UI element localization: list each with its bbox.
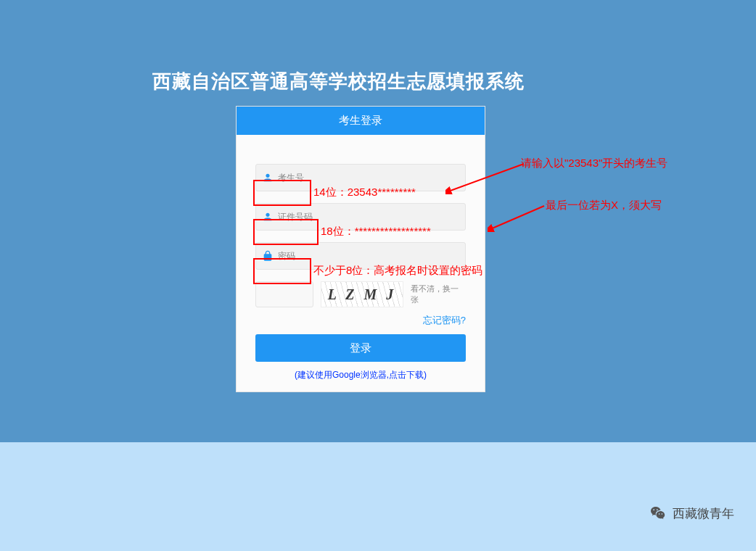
person-icon: [262, 172, 274, 183]
arrow-to-tip2: [488, 203, 546, 232]
svg-line-1: [490, 206, 544, 229]
lock-icon: [262, 250, 274, 262]
login-header: 考生登录: [237, 107, 485, 135]
wechat-tag: 西藏微青年: [649, 505, 734, 522]
forgot-row: 忘记密码?: [255, 313, 466, 327]
login-button[interactable]: 登录: [255, 334, 466, 362]
id-label: 证件号码: [278, 211, 313, 223]
captcha-refresh-link[interactable]: 看不清，换一张: [411, 283, 466, 305]
annotation-tip1: 请输入以"23543"开头的考生号: [521, 157, 667, 170]
wechat-label: 西藏微青年: [673, 505, 734, 522]
annotation-id18: 18位：******************: [321, 225, 431, 239]
main-panel: 西藏自治区普通高等学校招生志愿填报系统 考生登录 考生号 证件号码: [0, 0, 756, 442]
browser-hint: (建议使用Google浏览器,点击下载): [255, 368, 466, 381]
login-box: 考生登录 考生号 证件号码 密码: [236, 106, 485, 392]
id-input[interactable]: [313, 212, 459, 223]
captcha-image[interactable]: L Z M J: [321, 281, 403, 307]
captcha-input[interactable]: [255, 281, 313, 307]
login-body: 考生号 证件号码 密码 L Z M: [237, 135, 485, 392]
page-title: 西藏自治区普通高等学校招生志愿填报系统: [152, 69, 525, 94]
examinee-input[interactable]: [304, 173, 459, 183]
wechat-icon: [649, 505, 667, 522]
password-input[interactable]: [295, 251, 459, 262]
annotation-tip2: 最后一位若为X，须大写: [546, 199, 662, 212]
examinee-label: 考生号: [278, 172, 304, 184]
person-icon: [262, 211, 274, 223]
browser-download-link[interactable]: (建议使用Google浏览器,点击下载): [295, 370, 427, 380]
annotation-pwd8: 不少于8位：高考报名时设置的密码: [313, 264, 482, 278]
bottom-panel: 西藏微青年: [0, 442, 756, 551]
forgot-password-link[interactable]: 忘记密码?: [423, 315, 466, 326]
captcha-row: L Z M J 看不清，换一张: [255, 281, 466, 307]
password-label: 密码: [278, 250, 295, 262]
annotation-exam14: 14位：23543*********: [313, 186, 416, 199]
